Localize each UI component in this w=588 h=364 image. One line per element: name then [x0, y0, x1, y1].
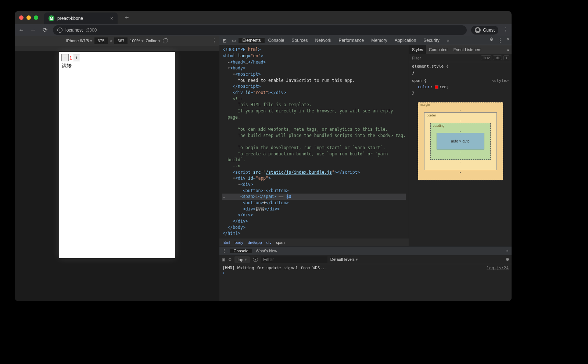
throttle-select[interactable]: Online	[146, 39, 161, 43]
box-padding[interactable]: padding - auto × auto -	[430, 123, 491, 160]
dom-line[interactable]	[222, 138, 406, 145]
styles-tabs-more[interactable]: »	[507, 47, 509, 52]
console-sidebar-toggle-icon[interactable]: ▣	[222, 257, 225, 262]
devtools-tab-memory[interactable]: Memory	[368, 38, 391, 43]
device-width-input[interactable]	[94, 37, 108, 44]
dom-line[interactable]: ▾<div id="app">	[222, 175, 406, 181]
devtools-tab-more[interactable]: »	[443, 36, 453, 45]
breadcrumb-item[interactable]: span	[276, 240, 285, 245]
live-expression-icon[interactable]	[253, 258, 258, 262]
breadcrumb-item[interactable]: div	[266, 240, 272, 245]
dom-line[interactable]: ▾<noscript>	[222, 71, 406, 78]
dom-line[interactable]: The build step will place the bundled sc…	[222, 133, 406, 139]
drawer-menu-button[interactable]: ⋮	[222, 248, 227, 254]
prop-val-color[interactable]: red;	[435, 84, 449, 89]
browser-menu-button[interactable]: ⋮	[503, 26, 509, 33]
devtools-tab-console[interactable]: Console	[265, 38, 288, 43]
url-input[interactable]: i localhost:3000	[53, 25, 467, 35]
dom-line[interactable]: To create a production bundle, use `npm …	[222, 151, 406, 157]
drawer-tab-what-s-new[interactable]: What's New	[252, 249, 281, 253]
dom-line[interactable]: </body>	[222, 224, 406, 231]
dom-line[interactable]: <button>+</button>	[222, 200, 406, 206]
dom-line[interactable]: <script src="/static/js/index.bundle.js"…	[222, 169, 406, 176]
close-window-button[interactable]	[19, 15, 24, 20]
dom-line[interactable]: To begin the development, run `npm start…	[222, 145, 406, 151]
inspect-icon[interactable]: ◩	[219, 38, 229, 43]
dom-line[interactable]: <!DOCTYPE html>	[222, 47, 406, 53]
console-prompt[interactable]: ›	[222, 270, 509, 275]
hov-toggle[interactable]: :hov	[481, 55, 491, 60]
color-swatch-icon[interactable]	[435, 85, 438, 89]
dom-tree[interactable]: <!DOCTYPE html><html lang="en"> ▸<head>……	[219, 45, 409, 238]
dom-line[interactable]: … <span>1</span> == $0	[222, 194, 406, 200]
dom-line[interactable]: </div>	[222, 218, 406, 224]
reload-button[interactable]: ⟳	[41, 26, 49, 33]
styles-tab-styles[interactable]: Styles	[409, 45, 426, 54]
dom-line[interactable]: </div>	[222, 212, 406, 218]
console-body[interactable]: [HMR] Waiting for update signal from WDS…	[219, 264, 512, 301]
dom-line[interactable]: This HTML file is a template.	[222, 102, 406, 108]
dom-line[interactable]: ▾<div>	[222, 181, 406, 188]
zoom-select[interactable]: 100%	[130, 39, 143, 43]
style-rules[interactable]: element.style { } span { <style> color: …	[409, 62, 512, 98]
device-mode-icon[interactable]: ▭	[229, 38, 239, 43]
maximize-window-button[interactable]	[34, 15, 38, 20]
device-height-input[interactable]	[114, 37, 128, 44]
dom-line[interactable]: -->	[222, 163, 406, 169]
devtools-menu-button[interactable]: ⋮	[497, 37, 503, 44]
dom-line[interactable]: ▾<body>	[222, 65, 406, 71]
dom-line[interactable]	[222, 120, 406, 126]
devtools-tab-sources[interactable]: Sources	[288, 38, 312, 43]
decrement-button[interactable]: -	[61, 54, 69, 61]
styles-tab-event-listeners[interactable]: Event Listeners	[451, 45, 484, 54]
back-button[interactable]: ←	[18, 27, 25, 33]
box-border[interactable]: border - padding - auto × auto - -	[424, 112, 497, 170]
tab-close-icon[interactable]: ×	[110, 15, 113, 21]
breadcrumb-item[interactable]: body	[234, 240, 243, 245]
devtools-settings-icon[interactable]: ⚙	[490, 37, 494, 44]
dom-line[interactable]: </noscript>	[222, 83, 406, 90]
add-rule-button[interactable]: +	[503, 55, 509, 60]
browser-tab[interactable]: M preact-kbone ×	[44, 12, 118, 24]
dom-line[interactable]: <div>跳转</div>	[222, 206, 406, 212]
increment-button[interactable]: +	[73, 54, 80, 61]
devtools-tab-elements[interactable]: Elements	[239, 38, 264, 43]
devtools-tab-security[interactable]: Security	[420, 38, 443, 43]
dom-line[interactable]: <div id="root"></div>	[222, 90, 406, 96]
devtools-close-icon[interactable]: ×	[507, 37, 509, 44]
styles-tab-computed[interactable]: Computed	[426, 45, 451, 54]
prop-name-color[interactable]: color	[418, 84, 430, 89]
box-content[interactable]: auto × auto	[437, 133, 484, 149]
console-settings-icon[interactable]: ⚙	[506, 257, 509, 262]
dom-line[interactable]: </html>	[222, 230, 406, 237]
devtools-tab-application[interactable]: Application	[391, 38, 420, 43]
device-toolbar-menu[interactable]: ⋮	[211, 37, 217, 44]
rule-source[interactable]: <style>	[492, 78, 509, 84]
box-margin[interactable]: margin - border - padding - auto × auto	[418, 102, 503, 180]
devtools-tab-network[interactable]: Network	[312, 38, 335, 43]
dom-line[interactable]: You can add webfonts, meta tags, or anal…	[222, 126, 406, 133]
cls-toggle[interactable]: .cls	[493, 55, 502, 60]
console-log-source[interactable]: log.js:24	[487, 266, 509, 270]
dom-line[interactable]: If you open it directly in the browser, …	[222, 108, 406, 114]
site-info-icon[interactable]: i	[57, 28, 62, 33]
dom-line[interactable]: <html lang="en">	[222, 53, 406, 59]
profile-button[interactable]: Guest	[471, 26, 498, 35]
clear-console-icon[interactable]: ⊘	[228, 257, 232, 262]
minimize-window-button[interactable]	[26, 15, 31, 20]
rotate-icon[interactable]	[163, 38, 168, 43]
forward-button[interactable]: →	[29, 27, 37, 33]
breadcrumb-item[interactable]: div#app	[248, 240, 262, 245]
dom-line[interactable]: <!--	[222, 96, 406, 102]
log-levels-select[interactable]: Default levels	[330, 257, 358, 262]
devtools-tab-performance[interactable]: Performance	[335, 38, 368, 43]
console-filter-input[interactable]	[261, 256, 327, 263]
dom-line[interactable]: build`.	[222, 157, 406, 163]
breadcrumb-item[interactable]: html	[222, 240, 230, 245]
device-select[interactable]: iPhone 6/7/8	[66, 39, 92, 43]
dom-line[interactable]: You need to enable JavaScript to run thi…	[222, 78, 406, 84]
context-select[interactable]: top ▾	[234, 256, 250, 263]
drawer-tab-console[interactable]: Console	[230, 249, 252, 253]
styles-filter-input[interactable]	[409, 56, 478, 60]
dom-line[interactable]: <button>-</button>	[222, 188, 406, 194]
